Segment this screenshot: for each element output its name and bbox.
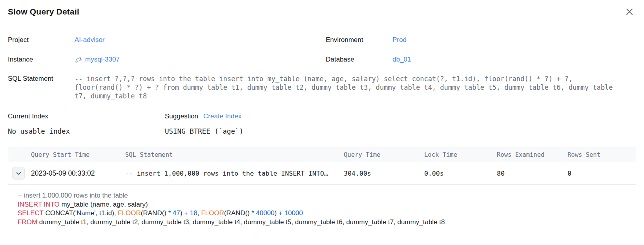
- table-header-row: Query Start Time SQL Statement Query Tim…: [8, 147, 636, 162]
- suggestion-index-value: USING BTREE (`age`): [165, 127, 636, 136]
- sql-statement-label: SQL Statement: [8, 74, 75, 100]
- project-label: Project: [8, 35, 75, 45]
- detail-sql-line: FROM dummy_table t1, dummy_table t2, dum…: [18, 218, 626, 227]
- sql-statement-text: -- insert ?,?,? rows into the table inse…: [75, 74, 618, 100]
- col-rows-sent: Rows Sent: [567, 151, 636, 158]
- table-row[interactable]: 2023-05-09 00:33:02 -- insert 1,000,000 …: [8, 162, 636, 185]
- col-query-start-time: Query Start Time: [31, 151, 125, 158]
- current-index-value: No usable index: [8, 127, 165, 136]
- project-link[interactable]: AI-advisor: [75, 35, 105, 45]
- database-label: Database: [326, 55, 392, 64]
- rows-examined-cell: 80: [497, 170, 567, 177]
- current-index-label: Current Index: [8, 112, 165, 121]
- create-index-link[interactable]: Create Index: [203, 112, 241, 121]
- close-icon: [625, 7, 634, 16]
- query-time-cell: 304.00s: [344, 170, 424, 177]
- environment-label: Environment: [326, 35, 392, 45]
- suggestion-label: Suggestion: [165, 112, 198, 121]
- page-title: Slow Query Detail: [8, 7, 79, 16]
- chevron-down-icon: [16, 171, 22, 176]
- detail-sql: -- insert 1,000,000 rows into the tableI…: [8, 185, 636, 233]
- slow-query-table: Query Start Time SQL Statement Query Tim…: [8, 147, 636, 233]
- col-lock-time: Lock Time: [424, 151, 497, 158]
- rows-sent-cell: 0: [567, 170, 636, 177]
- close-button[interactable]: [624, 6, 635, 18]
- instance-database-row: Instance mysql-3307 Database db_01: [8, 55, 636, 64]
- modal-header: Slow Query Detail: [0, 0, 644, 23]
- row-expand-button[interactable]: [12, 167, 25, 180]
- environment-link[interactable]: Prod: [392, 35, 407, 45]
- col-sql-statement: SQL Statement: [125, 151, 344, 158]
- lock-time-cell: 0.00s: [424, 170, 497, 177]
- detail-sql-line: INSERT INTO my_table (name, age, salary): [18, 200, 626, 209]
- col-rows-examined: Rows Examined: [497, 151, 567, 158]
- mysql-dolphin-icon: [75, 56, 82, 64]
- sql-preview-cell: -- insert 1,000,000 rows into the table …: [125, 170, 344, 177]
- sql-statement-row: SQL Statement -- insert ?,?,? rows into …: [8, 74, 636, 100]
- col-query-time: Query Time: [344, 151, 424, 158]
- database-link[interactable]: db_01: [392, 55, 411, 64]
- instance-link[interactable]: mysql-3307: [85, 55, 120, 64]
- project-environment-row: Project AI-advisor Environment Prod: [8, 35, 636, 45]
- slow-query-detail-modal: Slow Query Detail Project AI-advisor Env…: [0, 0, 644, 233]
- instance-label: Instance: [8, 55, 75, 64]
- detail-sql-line: SELECT CONCAT('Name', t1.id), FLOOR(RAND…: [18, 209, 626, 218]
- query-start-time-cell: 2023-05-09 00:33:02: [31, 169, 125, 178]
- detail-sql-line: -- insert 1,000,000 rows into the table: [18, 191, 626, 200]
- index-section: Current Index Suggestion Create Index No…: [8, 112, 636, 136]
